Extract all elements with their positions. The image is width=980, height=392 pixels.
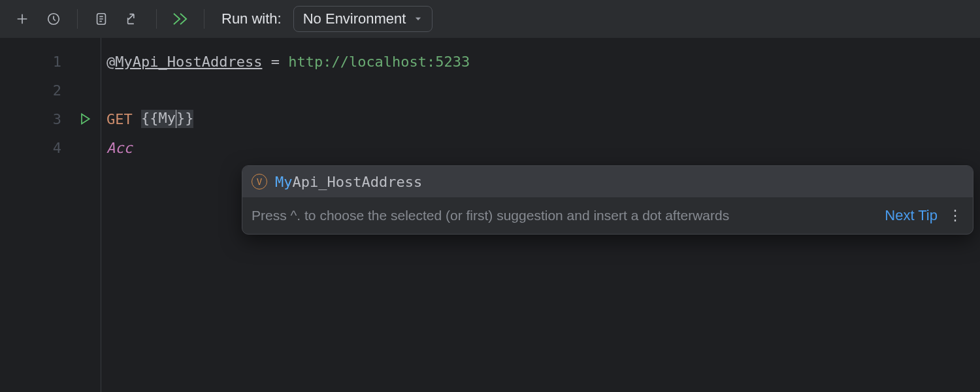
completion-item[interactable]: V MyApi_HostAddress — [242, 166, 973, 197]
import-icon — [125, 12, 140, 26]
gutter-line: 3 — [0, 105, 101, 133]
play-icon — [78, 112, 91, 125]
code-line[interactable] — [106, 76, 980, 105]
at-sign: @ — [106, 54, 115, 70]
runwith-label: Run with: — [221, 10, 282, 27]
history-button[interactable] — [41, 6, 67, 32]
more-icon[interactable]: ⋮ — [947, 207, 964, 224]
header-name: Acc — [106, 140, 133, 156]
add-button[interactable] — [9, 6, 35, 32]
double-play-icon — [172, 12, 189, 26]
run-gutter-icon[interactable] — [78, 112, 91, 125]
gutter-line: 2 — [0, 76, 101, 105]
environment-value: No Environment — [303, 10, 406, 27]
gutter-line: 1 — [0, 47, 101, 76]
code-area[interactable]: @MyApi_HostAddress = http://localhost:52… — [101, 38, 980, 392]
hint-text: Press ^. to choose the selected (or firs… — [252, 208, 875, 223]
gutter-line: 4 — [0, 133, 101, 162]
separator — [204, 9, 204, 29]
http-method: GET — [106, 111, 141, 127]
plus-icon — [15, 12, 29, 26]
variable-name: MyApi_HostAddress — [115, 54, 262, 70]
import-button[interactable] — [120, 6, 146, 32]
examples-button[interactable] — [88, 6, 114, 32]
chevron-down-icon — [414, 10, 423, 27]
editor[interactable]: 1 2 3 4 @MyApi_HostAddress = http://loca… — [0, 38, 980, 392]
template-expr: {{My}} — [141, 110, 193, 128]
separator — [156, 9, 157, 29]
code-line[interactable]: Acc — [106, 133, 980, 162]
completion-label: MyApi_HostAddress — [275, 174, 422, 190]
clock-icon — [46, 12, 61, 26]
url-value: http://localhost:5233 — [288, 54, 470, 70]
environment-selector[interactable]: No Environment — [293, 6, 433, 32]
run-all-button[interactable] — [167, 6, 193, 32]
separator — [77, 9, 78, 29]
variable-icon: V — [252, 174, 267, 189]
code-line[interactable]: GET {{My}} — [106, 105, 980, 133]
gutter: 1 2 3 4 — [0, 38, 101, 392]
toolbar: Run with: No Environment — [0, 0, 980, 38]
document-icon — [94, 12, 108, 26]
code-line[interactable]: @MyApi_HostAddress = http://localhost:52… — [106, 47, 980, 76]
equals: = — [262, 54, 288, 70]
completion-popup: V MyApi_HostAddress Press ^. to choose t… — [242, 165, 973, 235]
next-tip-link[interactable]: Next Tip — [885, 207, 938, 224]
completion-hint-bar: Press ^. to choose the selected (or firs… — [242, 197, 973, 234]
